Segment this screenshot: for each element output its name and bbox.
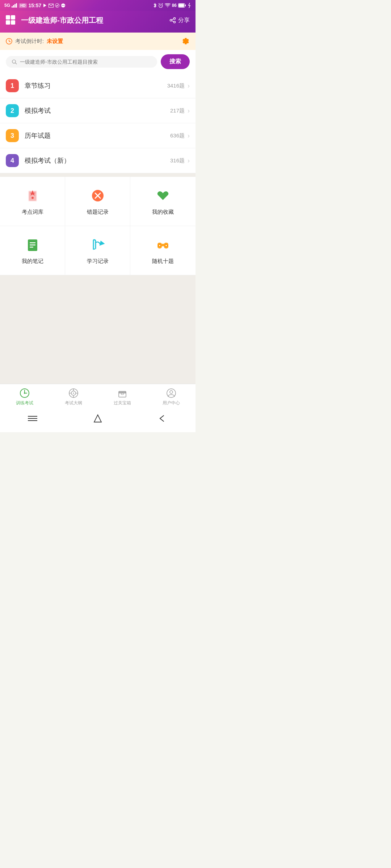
sys-nav bbox=[0, 408, 196, 432]
svg-line-14 bbox=[159, 3, 160, 4]
svg-line-27 bbox=[172, 21, 173, 21]
svg-rect-22 bbox=[11, 20, 15, 25]
svg-point-8 bbox=[62, 5, 63, 6]
search-button[interactable]: 搜索 bbox=[161, 54, 190, 69]
tool-grid: 考点词库 错题记录 我的收藏 bbox=[0, 177, 196, 275]
svg-rect-3 bbox=[16, 3, 17, 8]
category-count-4: 316题 bbox=[170, 157, 185, 164]
train-icon bbox=[19, 388, 30, 399]
svg-point-6 bbox=[55, 4, 59, 8]
share-label: 分享 bbox=[178, 17, 190, 24]
tool-shoucang[interactable]: 我的收藏 bbox=[130, 177, 196, 226]
svg-point-54 bbox=[24, 392, 25, 394]
tool-cuoti[interactable]: 错题记录 bbox=[65, 177, 130, 226]
svg-rect-18 bbox=[185, 5, 186, 7]
cuoti-label: 错题记录 bbox=[87, 209, 109, 216]
svg-rect-64 bbox=[121, 393, 123, 395]
svg-rect-2 bbox=[14, 4, 16, 8]
countdown-left: 考试倒计时: 未设置 bbox=[6, 38, 63, 45]
search-input-wrap[interactable] bbox=[6, 56, 157, 68]
shoucang-label: 我的收藏 bbox=[152, 209, 174, 216]
category-item-3[interactable]: 3 历年试题 636题 › bbox=[0, 123, 196, 148]
svg-rect-21 bbox=[6, 20, 10, 25]
svg-point-52 bbox=[165, 245, 167, 246]
header: 一级建造师-市政公用工程 分享 bbox=[0, 11, 196, 33]
svg-line-13 bbox=[161, 6, 161, 6]
bottom-nav: 训练考试 考试大纲 过关宝箱 bbox=[0, 384, 196, 408]
tool-biji[interactable]: 我的笔记 bbox=[0, 226, 65, 275]
cuoti-icon bbox=[89, 187, 106, 204]
search-input[interactable] bbox=[20, 59, 151, 65]
nav-outline[interactable]: 考试大纲 bbox=[49, 388, 98, 406]
category-name-3: 历年试题 bbox=[25, 131, 170, 140]
category-count-1: 3416题 bbox=[167, 82, 185, 89]
category-name-2: 模拟考试 bbox=[25, 106, 170, 115]
nav-treasure-label: 过关宝箱 bbox=[114, 400, 131, 406]
svg-line-32 bbox=[15, 63, 17, 64]
svg-point-9 bbox=[63, 5, 64, 6]
countdown-bar: 考试倒计时: 未设置 bbox=[0, 33, 196, 50]
check-icon bbox=[55, 3, 59, 8]
countdown-settings-button[interactable] bbox=[181, 37, 190, 46]
chevron-icon-1: › bbox=[188, 82, 190, 90]
svg-point-67 bbox=[170, 391, 173, 393]
suiji-label: 随机十题 bbox=[152, 258, 174, 265]
nav-treasure[interactable]: 过关宝箱 bbox=[98, 388, 147, 406]
biji-label: 我的笔记 bbox=[22, 258, 43, 265]
alarm-icon bbox=[158, 3, 163, 8]
tool-suiji[interactable]: 随机十题 bbox=[130, 226, 196, 275]
suiji-icon bbox=[154, 236, 172, 254]
svg-rect-41 bbox=[30, 242, 35, 243]
biji-icon bbox=[24, 236, 41, 254]
nav-outline-label: 考试大纲 bbox=[65, 400, 82, 406]
search-bar: 搜索 bbox=[0, 50, 196, 73]
gear-icon bbox=[181, 37, 190, 46]
app-icon bbox=[6, 14, 17, 26]
status-left: 5G HD 15:57 bbox=[4, 3, 66, 8]
category-name-4: 模拟考试（新） bbox=[25, 156, 170, 165]
share-button[interactable]: 分享 bbox=[169, 17, 190, 24]
status-right: 86 bbox=[153, 3, 191, 8]
svg-rect-48 bbox=[161, 244, 165, 246]
svg-line-15 bbox=[162, 3, 163, 4]
category-item-4[interactable]: 4 模拟考试（新） 316题 › bbox=[0, 148, 196, 173]
category-num-3: 3 bbox=[6, 129, 19, 142]
nav-user-label: 用户中心 bbox=[163, 400, 180, 406]
svg-rect-43 bbox=[30, 247, 33, 248]
tool-kaodian[interactable]: 考点词库 bbox=[0, 177, 65, 226]
home-button[interactable] bbox=[91, 411, 105, 426]
clock-icon bbox=[6, 38, 12, 44]
shoucang-icon bbox=[154, 187, 172, 204]
play-icon bbox=[43, 3, 47, 8]
battery-icon bbox=[178, 3, 186, 8]
category-item-1[interactable]: 1 章节练习 3416题 › bbox=[0, 73, 196, 98]
kaodian-label: 考点词库 bbox=[22, 209, 43, 216]
category-item-2[interactable]: 2 模拟考试 217题 › bbox=[0, 98, 196, 123]
brand-icon bbox=[6, 15, 17, 25]
svg-point-10 bbox=[64, 5, 65, 6]
svg-point-51 bbox=[159, 245, 160, 246]
svg-point-24 bbox=[170, 20, 172, 21]
signal-text: 5G bbox=[4, 3, 10, 8]
user-icon bbox=[166, 388, 177, 399]
category-num-1: 1 bbox=[6, 79, 19, 92]
xuexi-icon bbox=[89, 236, 106, 254]
back-button[interactable] bbox=[156, 411, 170, 426]
menu-button[interactable] bbox=[25, 411, 40, 426]
status-bar: 5G HD 15:57 86 bbox=[0, 0, 196, 11]
nav-train[interactable]: 训练考试 bbox=[0, 388, 49, 406]
svg-marker-4 bbox=[43, 4, 46, 7]
charging-icon bbox=[188, 3, 191, 8]
category-count-3: 636题 bbox=[170, 132, 185, 139]
empty-space bbox=[0, 275, 196, 384]
hd-badge: HD bbox=[19, 3, 27, 8]
signal-icon bbox=[12, 3, 17, 8]
svg-point-36 bbox=[31, 197, 34, 199]
nav-user[interactable]: 用户中心 bbox=[147, 388, 196, 406]
svg-line-30 bbox=[9, 41, 10, 42]
tool-xuexi[interactable]: 学习记录 bbox=[65, 226, 130, 275]
outline-icon bbox=[68, 388, 79, 399]
category-name-1: 章节练习 bbox=[25, 81, 167, 90]
header-title: 一级建造师-市政公用工程 bbox=[21, 16, 103, 25]
svg-rect-42 bbox=[30, 244, 35, 246]
